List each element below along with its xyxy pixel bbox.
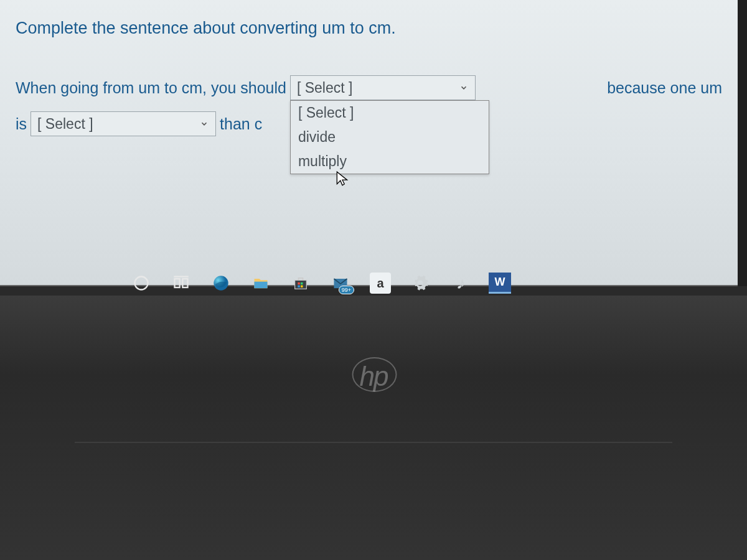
select-operation-label: [ Select ] (297, 80, 459, 96)
laptop-edge-line (75, 442, 672, 443)
settings-icon[interactable] (406, 269, 434, 297)
task-view-icon[interactable] (167, 269, 195, 297)
edge-browser-icon[interactable] (207, 269, 235, 297)
svg-rect-1 (175, 279, 180, 287)
word-label: W (489, 273, 511, 294)
music-glyph: 𝆕 (458, 274, 463, 292)
sentence-row-1: When going from um to cm, you should [ S… (16, 75, 722, 100)
hp-logo: hp (360, 361, 388, 392)
hp-logo-ring (352, 357, 397, 392)
svg-rect-9 (298, 286, 300, 288)
sentence-text: When going from um to cm, you should (16, 75, 286, 100)
dropdown-option-placeholder[interactable]: [ Select ] (291, 101, 489, 125)
svg-rect-10 (301, 286, 303, 288)
svg-rect-7 (298, 282, 300, 285)
mail-badge: 99+ (339, 286, 354, 294)
laptop-bezel (0, 296, 747, 560)
music-app-icon[interactable]: 𝆕 (446, 269, 474, 297)
question-prompt: Complete the sentence about converting u… (16, 19, 722, 38)
quiz-content-area: Complete the sentence about converting u… (0, 0, 738, 286)
sentence-text: because one um (607, 75, 722, 100)
dropdown-option-divide[interactable]: divide (291, 125, 489, 149)
svg-point-0 (135, 277, 148, 290)
svg-rect-6 (295, 280, 307, 289)
mail-icon[interactable]: 99+ (327, 269, 354, 297)
app-letter-label: a (370, 273, 391, 294)
cursor-icon (334, 170, 350, 189)
amazon-app-icon[interactable]: a (367, 269, 394, 297)
windows-taskbar: 99+ a 𝆕 W (121, 268, 520, 299)
bezel-right (738, 0, 747, 286)
svg-rect-5 (255, 282, 268, 289)
select-operation[interactable]: [ Select ] (290, 75, 476, 100)
sentence-text: than c (220, 111, 262, 136)
svg-rect-8 (301, 282, 303, 285)
word-app-icon[interactable]: W (486, 269, 514, 297)
sentence-text: is (16, 111, 27, 136)
microsoft-store-icon[interactable] (287, 269, 314, 297)
cortana-icon[interactable] (128, 269, 155, 297)
select-comparison-label: [ Select ] (37, 116, 199, 133)
select-operation-dropdown: [ Select ] divide multiply (290, 100, 489, 174)
chevron-down-icon (199, 119, 209, 129)
svg-rect-2 (182, 279, 187, 287)
dropdown-option-multiply[interactable]: multiply (291, 149, 489, 174)
select-comparison[interactable]: [ Select ] (31, 111, 216, 136)
chevron-down-icon (459, 83, 469, 93)
file-explorer-icon[interactable] (247, 269, 275, 297)
